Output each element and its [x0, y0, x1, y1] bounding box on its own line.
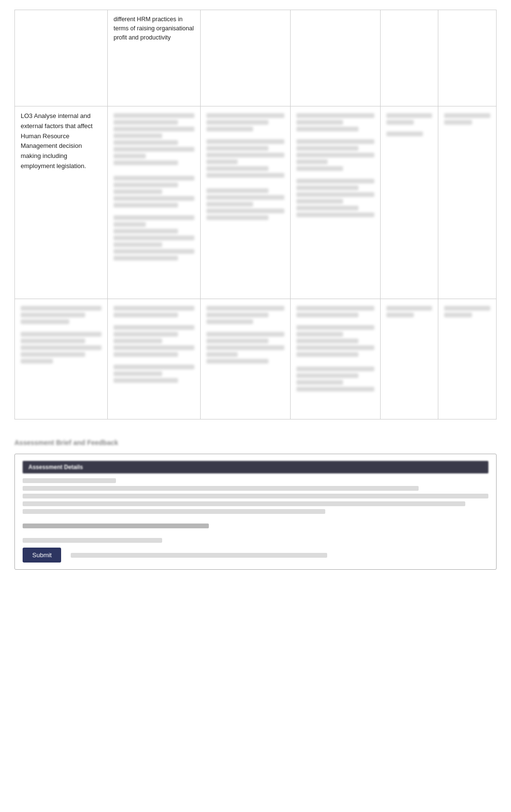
- info-box-line-3: [23, 494, 488, 498]
- bottom-col6-content: [444, 306, 490, 317]
- cell-col5-top: [380, 10, 438, 106]
- info-box-line-5: [23, 509, 325, 514]
- cell-col4-top: [290, 10, 380, 106]
- cell-bottom-col6: [438, 299, 497, 419]
- bottom-col2-content: [114, 306, 194, 383]
- peer-label: [23, 538, 162, 543]
- bottom-col3-content: [206, 306, 284, 364]
- lo3-col3-content: [206, 113, 284, 220]
- bottom-section: Assessment Brief and Feedback Assessment…: [14, 439, 497, 570]
- lo3-col4-content: [296, 113, 374, 217]
- hrm-practices-text: different HRM practices in terms of rais…: [114, 16, 194, 41]
- lo3-text: LO3 Analyse internal and external factor…: [21, 111, 102, 171]
- bottom-col4-content: [296, 306, 374, 392]
- button-row: Submit: [23, 548, 488, 563]
- lo3-col5-content: [386, 113, 433, 136]
- deadline-line: [23, 524, 209, 528]
- submit-button[interactable]: Submit: [23, 548, 61, 563]
- info-box-line-2: [23, 486, 419, 491]
- table-row-lo3: LO3 Analyse internal and external factor…: [15, 106, 497, 299]
- cell-bottom-col3: [200, 299, 290, 419]
- info-box-line-1: [23, 478, 116, 483]
- table-row: different HRM practices in terms of rais…: [15, 10, 497, 106]
- cell-lo3-col4: [290, 106, 380, 299]
- main-table: different HRM practices in terms of rais…: [14, 10, 497, 419]
- table-container: different HRM practices in terms of rais…: [14, 10, 497, 419]
- bottom-col1-content: [21, 306, 102, 364]
- info-box: Assessment Details Submit: [14, 454, 497, 570]
- bottom-col5-content: [386, 306, 433, 317]
- cell-bottom-col5: [380, 299, 438, 419]
- cell-lo3-label: LO3 Analyse internal and external factor…: [15, 106, 108, 299]
- cell-col6-top: [438, 10, 497, 106]
- cell-bottom-col1: [15, 299, 108, 419]
- lo3-col6-content: [444, 113, 490, 125]
- cell-bottom-col4: [290, 299, 380, 419]
- table-row-bottom: [15, 299, 497, 419]
- cell-lo3-col2: [107, 106, 200, 299]
- cell-lo3-col3: [200, 106, 290, 299]
- button-text-blurred: [71, 553, 327, 558]
- cell-lo3-col6: [438, 106, 497, 299]
- info-box-header: Assessment Details: [23, 461, 488, 473]
- cell-lo3-col5: [380, 106, 438, 299]
- cell-bottom-col2: [107, 299, 200, 419]
- cell-hrm-practices: different HRM practices in terms of rais…: [107, 10, 200, 106]
- lo3-col2-content: [114, 113, 194, 261]
- peer-section: Submit: [23, 538, 488, 563]
- info-box-line-4: [23, 501, 465, 506]
- cell-col3-top: [200, 10, 290, 106]
- bottom-section-title: Assessment Brief and Feedback: [14, 439, 497, 446]
- cell-lo-empty-top: [15, 10, 108, 106]
